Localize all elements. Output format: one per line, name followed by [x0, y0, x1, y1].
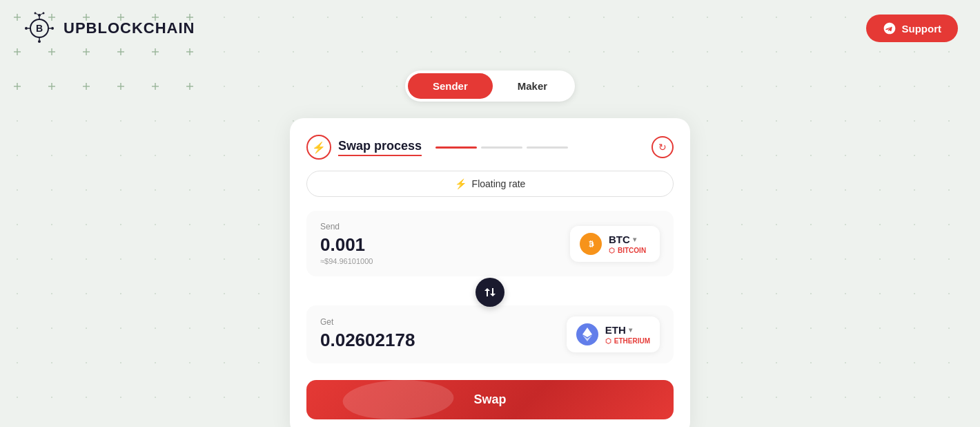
app-name: UPBLOCKCHAIN: [63, 19, 195, 37]
progress-step-2: [481, 146, 522, 149]
progress-step-3: [527, 146, 568, 149]
send-section: Send 0.001 ≈$94.96101000 BTC ▾: [306, 211, 674, 276]
get-left: Get 0.02602178: [320, 317, 567, 352]
lightning-icon: ⚡: [306, 135, 331, 160]
sender-tab[interactable]: Sender: [408, 73, 493, 99]
btc-icon: [580, 233, 602, 255]
send-left: Send 0.001 ≈$94.96101000: [320, 222, 570, 265]
progress-steps: [435, 146, 568, 149]
main-content: Sender Maker ⚡ Swap process ↻ ⚡ Floating…: [0, 57, 980, 427]
send-label: Send: [320, 222, 570, 231]
swap-card: ⚡ Swap process ↻ ⚡ Floating rate Send 0.…: [290, 118, 690, 427]
btc-info: BTC ▾ ⬡ BITCOIN: [609, 234, 646, 254]
logo-icon: B: [22, 11, 57, 46]
svg-point-6: [38, 40, 41, 43]
floating-rate-label: Floating rate: [472, 178, 526, 189]
svg-point-8: [51, 27, 54, 30]
maker-tab[interactable]: Maker: [493, 73, 572, 99]
send-amount: 0.001: [320, 234, 570, 256]
progress-step-1: [435, 146, 477, 149]
card-header-left: ⚡ Swap process: [306, 135, 568, 160]
swap-direction-button[interactable]: [476, 278, 504, 307]
get-section: Get 0.02602178 ETH ▾ ⬡: [306, 305, 674, 363]
tab-switcher: Sender Maker: [405, 70, 575, 102]
support-button[interactable]: Support: [866, 15, 959, 42]
btc-chevron: ▾: [633, 236, 636, 243]
card-header: ⚡ Swap process ↻: [306, 135, 674, 160]
send-usd: ≈$94.96101000: [320, 257, 570, 265]
eth-icon: [576, 323, 598, 345]
eth-network: ⬡ ETHERIUM: [605, 337, 650, 345]
eth-name: ETH: [605, 324, 626, 336]
svg-point-7: [25, 27, 28, 30]
swap-arrows-icon: [484, 286, 496, 298]
eth-info: ETH ▾ ⬡ ETHERIUM: [605, 324, 650, 345]
svg-text:B: B: [36, 23, 43, 34]
logo: B UPBLOCKCHAIN: [22, 11, 195, 46]
svg-marker-17: [582, 328, 592, 337]
card-title: Swap process: [338, 139, 422, 156]
swap-center-wrapper: [306, 278, 674, 307]
eth-chevron: ▾: [629, 326, 632, 334]
eth-diamond-icon: [582, 328, 593, 341]
rate-icon: ⚡: [455, 178, 467, 189]
refresh-button[interactable]: ↻: [651, 136, 674, 158]
eth-selector[interactable]: ETH ▾ ⬡ ETHERIUM: [567, 316, 660, 352]
get-label: Get: [320, 317, 567, 327]
floating-rate-bar[interactable]: ⚡ Floating rate: [306, 171, 674, 197]
btc-name: BTC: [609, 234, 630, 245]
header: B UPBLOCKCHAIN Support: [0, 0, 980, 57]
btc-selector[interactable]: BTC ▾ ⬡ BITCOIN: [570, 226, 660, 262]
btc-network: ⬡ BITCOIN: [609, 247, 646, 254]
support-label: Support: [902, 23, 942, 35]
swap-button[interactable]: Swap: [306, 380, 674, 419]
get-amount: 0.02602178: [320, 330, 567, 351]
telegram-icon: [883, 21, 896, 35]
